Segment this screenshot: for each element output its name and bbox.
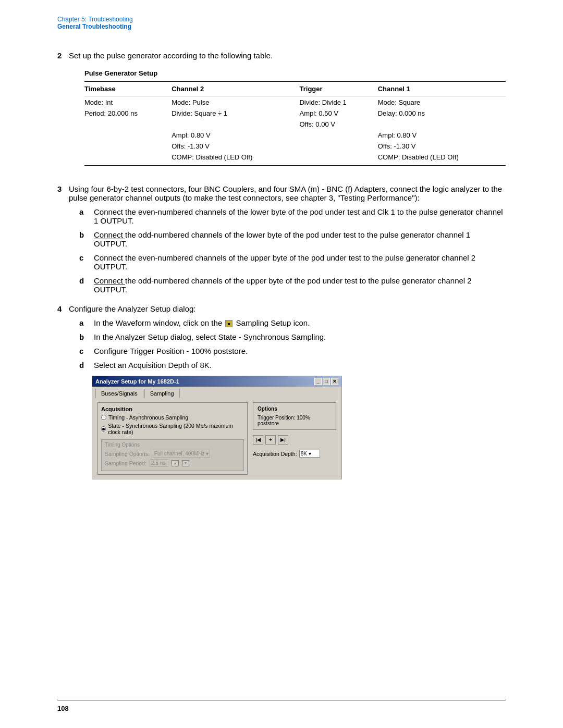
- radio-state-label: State - Synchronous Sampling (200 Mb/s m…: [108, 423, 244, 435]
- cell: [84, 140, 172, 151]
- sampling-options-label: Sampling Options:: [105, 451, 150, 457]
- step-3a-letter: a: [79, 207, 94, 216]
- step-4c-letter: c: [79, 347, 94, 355]
- step-4c-text: Configure Trigger Position - 100% postst…: [94, 347, 506, 355]
- cell: Mode: Square: [378, 96, 506, 108]
- step-4-intro: Configure the Analyzer Setup dialog:: [69, 304, 196, 313]
- table-row: COMP: Disabled (LED Off) COMP: Disabled …: [84, 151, 506, 166]
- step-4b-letter: b: [79, 332, 94, 341]
- step-2-number: 2: [57, 51, 69, 60]
- cell: Offs: -1.30 V: [378, 140, 506, 151]
- radio-timing[interactable]: Timing - Asynchronous Sampling: [101, 414, 244, 421]
- page-footer: 108: [57, 700, 506, 712]
- breadcrumb-section: General Troubleshooting: [57, 23, 506, 30]
- acquisition-depth-label: Acquisition Depth:: [253, 451, 297, 457]
- timing-options-fieldset: Timing Options Sampling Options: Full ch…: [101, 439, 244, 471]
- step-3d-letter: d: [79, 276, 94, 285]
- col-channel2: Channel 2: [172, 82, 299, 96]
- step-4-content: Configure the Analyzer Setup dialog: a I…: [69, 304, 506, 479]
- cell: Ampl: 0.80 V: [172, 129, 299, 140]
- dialog-close-button[interactable]: ✕: [331, 378, 338, 385]
- analyzer-setup-dialog: Analyzer Setup for My 1682D-1 _ □ ✕ Buse…: [92, 376, 342, 479]
- acquisition-depth-select[interactable]: 8K ▾: [299, 450, 320, 458]
- step-4d-letter: d: [79, 361, 94, 369]
- step-3a-text: Connect the even-numbered channels of th…: [94, 207, 506, 225]
- sampling-options-select[interactable]: Full channel, 400MHz ▾: [153, 450, 211, 458]
- step-3b-text: Connect the odd-numbered channels of the…: [94, 230, 506, 248]
- step-4a-text: In the Waveform window, click on the ■ S…: [94, 318, 506, 327]
- trigger-position-text: Trigger Position: 100% poststore: [258, 415, 332, 426]
- cell: [84, 151, 172, 166]
- timing-options-label: Timing Options: [105, 442, 240, 448]
- cell: [299, 151, 377, 166]
- step-4: 4 Configure the Analyzer Setup dialog: a…: [57, 304, 506, 479]
- dialog-left-panel: Acquisition Timing - Asynchronous Sampli…: [97, 402, 248, 475]
- step-4-number: 4: [57, 304, 69, 313]
- cell: [172, 118, 299, 129]
- cell: COMP: Disabled (LED Off): [378, 151, 506, 166]
- sampling-period-label: Sampling Period:: [105, 460, 146, 466]
- step-3c: c Connect the even-numbered channels of …: [69, 253, 506, 271]
- spinner-up: ▲: [172, 460, 179, 466]
- cell: Mode: Int: [84, 96, 172, 108]
- step-4-substeps: a In the Waveform window, click on the ■…: [69, 318, 506, 369]
- nav-first-button[interactable]: |◀: [253, 435, 263, 445]
- table-row: Offs: -1.30 V Offs: -1.30 V: [84, 140, 506, 151]
- nav-add-button[interactable]: +: [265, 435, 276, 445]
- step-4c: c Configure Trigger Position - 100% post…: [69, 347, 506, 355]
- acquisition-label: Acquisition: [101, 406, 244, 412]
- step-3c-letter: c: [79, 253, 94, 262]
- step-3-substeps: a Connect the even-numbered channels of …: [69, 207, 506, 294]
- step-4b-text: In the Analyzer Setup dialog, select Sta…: [94, 332, 506, 341]
- dialog-right-panel: Options Trigger Position: 100% poststore…: [253, 402, 336, 475]
- step-2-content: Set up the pulse generator according to …: [69, 51, 506, 175]
- step-3b: b Connect the odd-numbered channels of t…: [69, 230, 506, 248]
- radio-timing-circle: [101, 415, 106, 420]
- cell: Ampl: 0.80 V: [378, 129, 506, 140]
- col-timebase: Timebase: [84, 82, 172, 96]
- pulse-table-label: Pulse Generator Setup: [84, 69, 506, 77]
- step-3b-letter: b: [79, 230, 94, 239]
- dialog-titlebar: Analyzer Setup for My 1682D-1 _ □ ✕: [92, 376, 341, 387]
- cell: Divide: Square ÷ 1: [172, 107, 299, 118]
- acquisition-depth-row: Acquisition Depth: 8K ▾: [253, 450, 336, 458]
- options-box: Options Trigger Position: 100% poststore: [253, 402, 336, 430]
- pulse-generator-table: Timebase Channel 2 Trigger Channel 1 Mod…: [84, 81, 506, 166]
- col-trigger: Trigger: [299, 82, 377, 96]
- step-4d-text: Select an Acquisition Depth of 8K.: [94, 361, 506, 369]
- cell: [84, 129, 172, 140]
- sampling-setup-icon: ■: [225, 320, 232, 327]
- page-number: 108: [57, 705, 69, 712]
- cell: Ampl: 0.50 V: [299, 107, 377, 118]
- radio-timing-label: Timing - Asynchronous Sampling: [108, 414, 188, 421]
- sampling-period-input: 2.5 ns: [150, 459, 168, 467]
- nav-last-button[interactable]: ▶|: [278, 435, 288, 445]
- step-3-number: 3: [57, 184, 69, 193]
- spinner-down: ▼: [182, 460, 189, 466]
- cell: COMP: Disabled (LED Off): [172, 151, 299, 166]
- cell: Offs: -1.30 V: [172, 140, 299, 151]
- step-4a: a In the Waveform window, click on the ■…: [69, 318, 506, 327]
- step-4d: d Select an Acquisition Depth of 8K.: [69, 361, 506, 369]
- dialog-titlebar-buttons: _ □ ✕: [314, 378, 338, 385]
- tab-sampling[interactable]: Sampling: [144, 389, 180, 398]
- overline-output-2: OUTPUT: [94, 285, 125, 294]
- dialog-maximize-button[interactable]: □: [323, 378, 330, 385]
- dialog-minimize-button[interactable]: _: [314, 378, 322, 385]
- dialog-title: Analyzer Setup for My 1682D-1: [95, 378, 179, 385]
- breadcrumb: Chapter 5: Troubleshooting General Troub…: [57, 16, 506, 30]
- sampling-options-row: Sampling Options: Full channel, 400MHz ▾: [105, 450, 240, 458]
- cell: Offs: 0.00 V: [299, 118, 377, 129]
- radio-state[interactable]: State - Synchronous Sampling (200 Mb/s m…: [101, 423, 244, 435]
- step-2: 2 Set up the pulse generator according t…: [57, 51, 506, 175]
- cell: Mode: Pulse: [172, 96, 299, 108]
- dialog-body: Acquisition Timing - Asynchronous Sampli…: [92, 398, 341, 479]
- step-2-intro: Set up the pulse generator according to …: [69, 51, 273, 60]
- cell: Period: 20.000 ns: [84, 107, 172, 118]
- breadcrumb-chapter: Chapter 5: Troubleshooting: [57, 16, 506, 23]
- col-channel1: Channel 1: [378, 82, 506, 96]
- cell: Divide: Divide 1: [299, 96, 377, 108]
- tab-buses-signals[interactable]: Buses/Signals: [95, 389, 143, 398]
- cell: Delay: 0.000 ns: [378, 107, 506, 118]
- table-row: Offs: 0.00 V: [84, 118, 506, 129]
